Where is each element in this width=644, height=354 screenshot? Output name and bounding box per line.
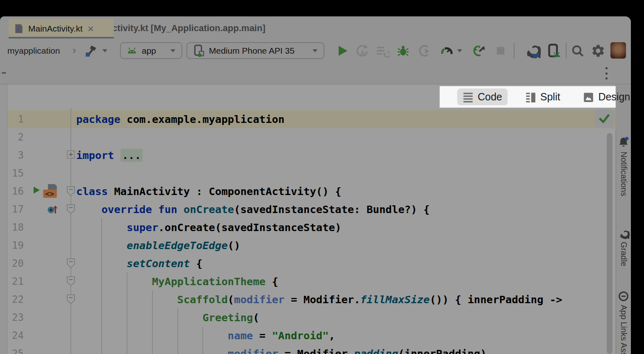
design-view-icon	[583, 91, 594, 102]
view-toggle-split[interactable]: Split	[520, 88, 566, 105]
split-view-icon	[525, 91, 536, 102]
code-view-icon	[463, 91, 474, 102]
dim-overlay	[0, 16, 631, 354]
ide-window: My Application – MainActivity.kt [My_App…	[0, 16, 631, 354]
view-toggle-code[interactable]: Code	[457, 88, 508, 105]
view-toggle-label: Split	[540, 91, 560, 103]
view-toggle-label: Code	[478, 91, 502, 103]
screen: { "window_title": "My Application – Main…	[0, 0, 644, 354]
view-toggle-label: Design	[598, 91, 630, 103]
view-toggle-design[interactable]: Design	[578, 88, 631, 105]
view-mode-toggle: CodeSplit Design	[440, 86, 616, 108]
